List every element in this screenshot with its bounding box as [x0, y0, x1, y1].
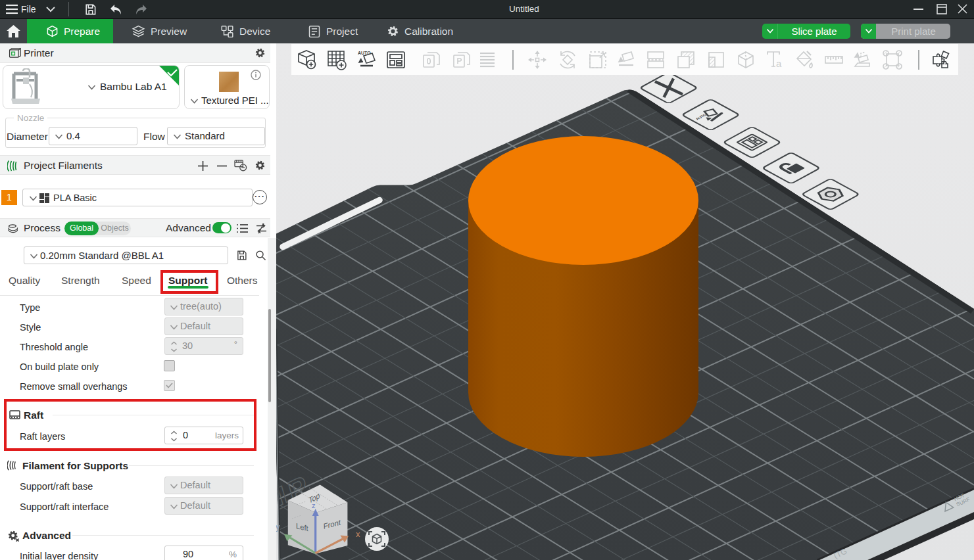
svg-text:AUTO: AUTO: [358, 51, 371, 55]
svg-text:a: a: [776, 58, 782, 69]
svg-text:x: x: [356, 529, 360, 539]
svg-text:z: z: [312, 502, 316, 509]
svg-text:y: y: [276, 522, 280, 532]
